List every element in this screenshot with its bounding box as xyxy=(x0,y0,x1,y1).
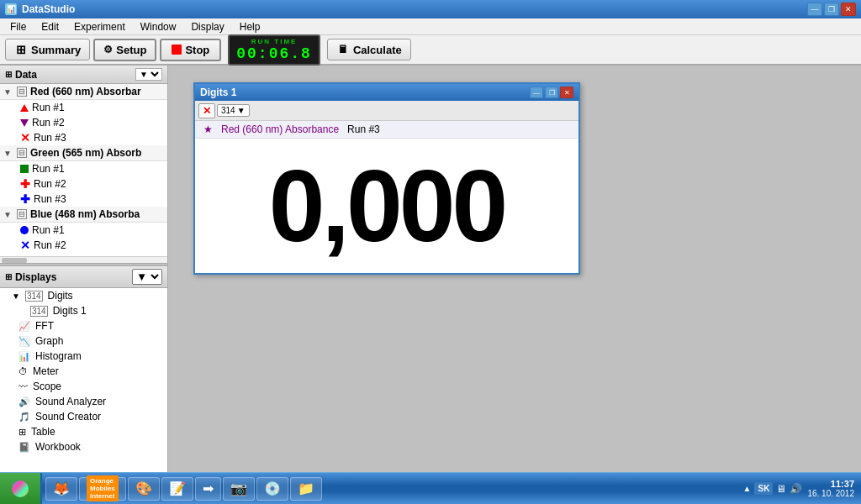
taskbar-items: 🦊 OrangeMobilesInternet 🎨 📝 ➡ 📷 xyxy=(42,473,325,504)
title-bar: 📊 DataStudio — ❐ ✕ xyxy=(0,0,861,18)
taskbar: 🦊 OrangeMobilesInternet 🎨 📝 ➡ 📷 xyxy=(0,472,861,504)
run-label-red-2: Run #2 xyxy=(32,117,65,129)
graph-label: Graph xyxy=(35,335,63,347)
digits-close-btn-title[interactable]: ✕ xyxy=(560,87,573,98)
language-indicator[interactable]: SK xyxy=(754,482,773,495)
sound-creator-icon: 🎵 xyxy=(18,412,30,423)
content-area: Digits 1 — ❐ ✕ ✕ 314 ▼ ★ Red (660 nm) Ab… xyxy=(168,66,861,472)
taskbar-arrow[interactable]: ➡ xyxy=(195,477,221,501)
fft-icon: 📈 xyxy=(18,321,30,332)
digits-value: 0,000 xyxy=(269,155,504,256)
digits-minimize-btn[interactable]: — xyxy=(530,87,543,98)
taskbar-paint[interactable]: 🎨 xyxy=(128,477,160,501)
stop-icon xyxy=(172,45,182,55)
taskbar-note[interactable]: 📝 xyxy=(161,477,193,501)
browser-icon: 🦊 xyxy=(53,480,70,496)
tri-up-icon xyxy=(20,104,29,112)
group-label-green: Green (565 nm) Absorb xyxy=(30,147,141,159)
display-item-scope[interactable]: 〰 Scope xyxy=(0,379,167,394)
tree-run-red-3[interactable]: ✕ Run #3 xyxy=(0,130,167,145)
taskbar-folder[interactable]: 📁 xyxy=(290,477,322,501)
menu-display[interactable]: Display xyxy=(184,19,230,34)
menu-file[interactable]: File xyxy=(3,19,33,34)
app-title: DataStudio xyxy=(22,3,75,15)
minimize-button[interactable]: — xyxy=(807,3,822,16)
cd-icon: 💿 xyxy=(264,480,281,496)
group-label-blue: Blue (468 nm) Absorba xyxy=(30,208,140,220)
runtime-value: 00:06.8 xyxy=(236,45,312,62)
title-bar-left: 📊 DataStudio xyxy=(5,3,75,15)
digits-format-btn[interactable]: 314 ▼ xyxy=(217,104,250,117)
tree-run-red-1[interactable]: Run #1 xyxy=(0,100,167,115)
display-sub-digits1[interactable]: 314 Digits 1 xyxy=(0,303,167,318)
tree-run-blue-1[interactable]: Run #1 xyxy=(0,223,167,238)
displays-dropdown[interactable]: ▼ xyxy=(132,269,162,285)
calculate-button[interactable]: 🖩 Calculate xyxy=(327,39,411,60)
tree-group-red[interactable]: ▼ ⊟ Red (660 nm) Absorbar xyxy=(0,84,167,100)
runtime-label: RUN TIME xyxy=(251,38,298,45)
taskbar-orange[interactable]: OrangeMobilesInternet xyxy=(79,477,126,501)
display-item-workbook[interactable]: 📓 Workbook xyxy=(0,439,167,454)
data-dropdown[interactable]: ▼ xyxy=(135,68,162,81)
workbook-icon: 📓 xyxy=(18,442,30,453)
tree-run-green-2[interactable]: ✚ Run #2 xyxy=(0,176,167,192)
sidebar-hscroll[interactable] xyxy=(0,256,167,263)
digits-toolbar-close[interactable]: ✕ xyxy=(198,103,215,118)
run-label-blue-1: Run #1 xyxy=(32,224,65,236)
scope-icon: 〰 xyxy=(18,381,28,391)
digits-title-bar: Digits 1 — ❐ ✕ xyxy=(195,84,578,101)
display-item-fft[interactable]: 📈 FFT xyxy=(0,318,167,333)
taskbar-cd[interactable]: 💿 xyxy=(256,477,288,501)
display-item-table[interactable]: ⊞ Table xyxy=(0,424,167,439)
tree-run-blue-2[interactable]: ✕ Run #2 xyxy=(0,238,167,253)
digits-format-arrow: ▼ xyxy=(237,106,246,115)
display-item-digits[interactable]: ▼ 314 Digits xyxy=(0,288,167,303)
start-button[interactable] xyxy=(0,473,42,504)
digits1-label: Digits 1 xyxy=(53,305,87,317)
network-icon[interactable]: 🖥 xyxy=(776,483,786,495)
sensor-star: ★ xyxy=(203,123,213,135)
expand-icon-blue: ▼ xyxy=(3,210,13,219)
plus-red-icon: ✚ xyxy=(20,178,30,190)
run-label-green-1: Run #1 xyxy=(32,163,65,175)
cross-red-icon: ✕ xyxy=(20,132,30,144)
volume-icon[interactable]: 🔊 xyxy=(790,483,802,495)
close-button[interactable]: ✕ xyxy=(841,3,856,16)
tree-run-red-2[interactable]: Run #2 xyxy=(0,115,167,130)
system-clock[interactable]: 11:37 16. 10. 2012 xyxy=(807,479,854,498)
digits-window: Digits 1 — ❐ ✕ ✕ 314 ▼ ★ Red (660 nm) Ab… xyxy=(193,82,580,275)
taskbar-left: 🦊 OrangeMobilesInternet 🎨 📝 ➡ 📷 xyxy=(0,473,325,504)
display-item-graph[interactable]: 📉 Graph xyxy=(0,333,167,349)
histogram-icon: 📊 xyxy=(18,351,30,362)
display-item-sound-analyzer[interactable]: 🔊 Sound Analyzer xyxy=(0,394,167,409)
sq-green-icon xyxy=(20,165,29,173)
digits-maximize-btn[interactable]: ❐ xyxy=(545,87,558,98)
taskbar-camera[interactable]: 📷 xyxy=(223,477,255,501)
summary-button[interactable]: ⊞ Summary xyxy=(5,39,90,60)
hscroll-thumb xyxy=(2,258,27,263)
menu-experiment[interactable]: Experiment xyxy=(67,19,132,34)
arrow-icon: ➡ xyxy=(203,480,214,496)
data-header: ⊞ Data ▼ xyxy=(0,66,167,84)
display-item-meter[interactable]: ⏱ Meter xyxy=(0,364,167,379)
graph-icon: 📉 xyxy=(18,336,30,347)
menu-help[interactable]: Help xyxy=(233,19,267,34)
menu-edit[interactable]: Edit xyxy=(34,19,66,34)
taskbar-browser[interactable]: 🦊 xyxy=(45,477,77,501)
display-item-sound-creator[interactable]: 🎵 Sound Creator xyxy=(0,409,167,424)
stop-button[interactable]: Stop xyxy=(160,39,221,61)
menu-window[interactable]: Window xyxy=(134,19,183,34)
runtime-display: RUN TIME 00:06.8 xyxy=(228,34,320,66)
table-label: Table xyxy=(31,426,55,438)
maximize-button[interactable]: ❐ xyxy=(824,3,839,16)
tray-arrow[interactable]: ▲ xyxy=(743,484,752,493)
digits-header-bar: ★ Red (660 nm) Absorbance Run #3 xyxy=(195,121,578,139)
taskbar-right: ▲ SK 🖥 🔊 11:37 16. 10. 2012 xyxy=(737,473,861,504)
tree-run-green-3[interactable]: ✚ Run #3 xyxy=(0,192,167,207)
tree-run-green-1[interactable]: Run #1 xyxy=(0,161,167,176)
setup-button[interactable]: ⚙ Setup xyxy=(93,39,156,61)
tree-group-blue[interactable]: ▼ ⊟ Blue (468 nm) Absorba xyxy=(0,207,167,223)
display-item-histogram[interactable]: 📊 Histogram xyxy=(0,349,167,364)
tree-group-green[interactable]: ▼ ⊟ Green (565 nm) Absorb xyxy=(0,145,167,161)
setup-icon: ⚙ xyxy=(103,44,113,55)
